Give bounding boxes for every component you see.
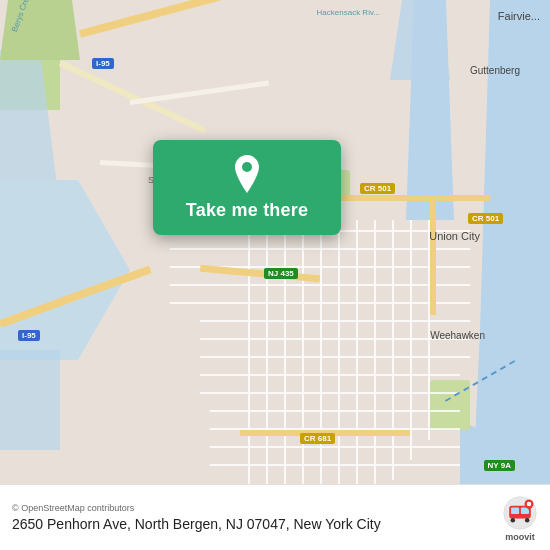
i95-badge-bottom: I-95 bbox=[18, 330, 40, 341]
take-me-there-button[interactable]: Take me there bbox=[186, 200, 308, 221]
cr501-badge-right: CR 501 bbox=[468, 213, 503, 224]
svg-point-8 bbox=[527, 502, 532, 507]
cr681-badge: CR 681 bbox=[300, 433, 335, 444]
ny9a-badge: NY 9A bbox=[484, 460, 515, 471]
map-container: I-95 I-95 NJ 435 CR 501 CR 501 CR 681 NY… bbox=[0, 0, 550, 550]
svg-point-0 bbox=[243, 163, 251, 171]
svg-rect-3 bbox=[511, 508, 519, 514]
street-row-10 bbox=[200, 392, 460, 394]
map-pin-icon bbox=[231, 155, 263, 193]
i95-road-top bbox=[79, 0, 274, 38]
moovit-text: moovit bbox=[505, 532, 535, 542]
osm-credit: © OpenStreetMap contributors bbox=[12, 503, 492, 513]
vstreet-9 bbox=[392, 220, 394, 480]
moovit-logo: moovit bbox=[502, 495, 538, 542]
water-patch-2 bbox=[0, 350, 60, 450]
svg-rect-4 bbox=[521, 508, 529, 514]
hackensack-label: Hackensack Riv... bbox=[317, 8, 380, 17]
moovit-logo-icon bbox=[502, 495, 538, 531]
address-text: 2650 Penhorn Ave, North Bergen, NJ 07047… bbox=[12, 515, 492, 533]
cr501-horizontal bbox=[320, 195, 490, 201]
cr501-badge-top: CR 501 bbox=[360, 183, 395, 194]
svg-point-6 bbox=[525, 518, 530, 523]
location-card[interactable]: Take me there bbox=[153, 140, 341, 235]
svg-point-5 bbox=[511, 518, 516, 523]
vstreet-7 bbox=[356, 220, 358, 520]
vstreet-8 bbox=[374, 220, 376, 500]
nj435-badge: NJ 435 bbox=[264, 268, 298, 279]
bottom-bar: © OpenStreetMap contributors 2650 Penhor… bbox=[0, 484, 550, 550]
address-section: © OpenStreetMap contributors 2650 Penhor… bbox=[12, 503, 492, 533]
green-area-1 bbox=[0, 0, 80, 60]
street-row-9 bbox=[200, 374, 460, 376]
green-area-4 bbox=[430, 380, 470, 430]
location-pin bbox=[229, 156, 265, 192]
cr501-vertical bbox=[430, 195, 436, 315]
i95-badge-top: I-95 bbox=[92, 58, 114, 69]
road-diagonal-2 bbox=[130, 81, 269, 105]
vstreet-10 bbox=[410, 220, 412, 460]
